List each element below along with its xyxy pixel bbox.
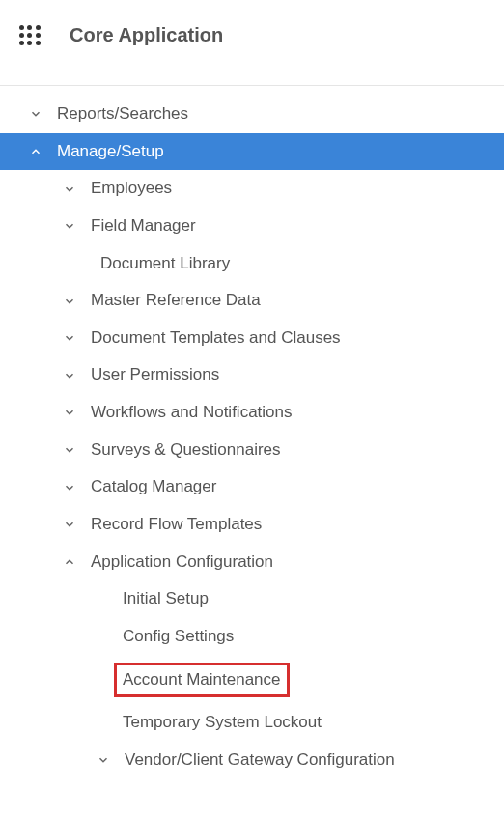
chevron-down-icon <box>63 219 76 233</box>
nav-item-user-permissions[interactable]: User Permissions <box>0 356 504 394</box>
nav-label: Document Templates and Clauses <box>91 326 341 351</box>
nav-label: Account Maintenance <box>114 663 290 698</box>
chevron-up-icon <box>29 145 42 158</box>
apps-grid-icon[interactable] <box>19 25 41 46</box>
chevron-down-icon <box>63 481 76 494</box>
nav-item-reports-searches[interactable]: Reports/Searches <box>0 96 504 133</box>
nav-item-document-library[interactable]: Document Library <box>0 245 504 283</box>
nav-item-catalog-manager[interactable]: Catalog Manager <box>0 468 504 506</box>
nav-item-record-flow-templates[interactable]: Record Flow Templates <box>0 506 504 544</box>
app-title: Core Application <box>70 24 223 46</box>
chevron-down-icon <box>63 443 76 457</box>
nav-item-initial-setup[interactable]: Initial Setup <box>0 580 504 618</box>
nav-item-surveys-questionnaires[interactable]: Surveys & Questionnaires <box>0 432 504 469</box>
nav-item-account-maintenance[interactable]: Account Maintenance <box>0 656 504 705</box>
chevron-down-icon <box>63 406 76 419</box>
nav-label: User Permissions <box>91 363 219 387</box>
nav-label: Surveys & Questionnaires <box>91 438 281 463</box>
chevron-down-icon <box>63 518 76 531</box>
chevron-down-icon <box>97 753 110 767</box>
nav-item-application-configuration[interactable]: Application Configuration <box>0 544 504 581</box>
nav-label: Document Library <box>100 252 230 276</box>
nav-label: Config Settings <box>123 625 234 649</box>
nav-label: Field Manager <box>91 214 196 239</box>
chevron-down-icon <box>63 369 76 382</box>
chevron-down-icon <box>63 331 76 345</box>
nav-item-temporary-system-lockout[interactable]: Temporary System Lockout <box>0 704 504 742</box>
nav-label: Catalog Manager <box>91 475 216 499</box>
nav-label: Master Reference Data <box>91 289 261 313</box>
nav-label: Record Flow Templates <box>91 513 262 537</box>
nav-label: Vendor/Client Gateway Configuration <box>125 748 395 773</box>
nav-item-workflows-notifications[interactable]: Workflows and Notifications <box>0 394 504 432</box>
nav-item-vendor-client-gateway[interactable]: Vendor/Client Gateway Configuration <box>0 742 504 779</box>
nav-label: Application Configuration <box>91 551 273 575</box>
chevron-down-icon <box>29 107 42 121</box>
app-header: Core Application <box>0 0 504 86</box>
chevron-down-icon <box>63 183 76 196</box>
chevron-up-icon <box>63 555 76 569</box>
chevron-down-icon <box>63 295 76 308</box>
nav-tree: Reports/Searches Manage/Setup Employees … <box>0 86 504 779</box>
nav-item-master-reference-data[interactable]: Master Reference Data <box>0 282 504 320</box>
nav-item-document-templates[interactable]: Document Templates and Clauses <box>0 320 504 357</box>
nav-item-config-settings[interactable]: Config Settings <box>0 618 504 656</box>
nav-label: Employees <box>91 177 172 201</box>
nav-label: Initial Setup <box>123 587 209 611</box>
nav-label: Manage/Setup <box>57 140 164 164</box>
nav-item-manage-setup[interactable]: Manage/Setup <box>0 133 504 171</box>
nav-label: Reports/Searches <box>57 102 188 127</box>
nav-item-employees[interactable]: Employees <box>0 170 504 208</box>
nav-label: Workflows and Notifications <box>91 401 293 425</box>
nav-label: Temporary System Lockout <box>123 711 322 735</box>
nav-item-field-manager[interactable]: Field Manager <box>0 208 504 245</box>
